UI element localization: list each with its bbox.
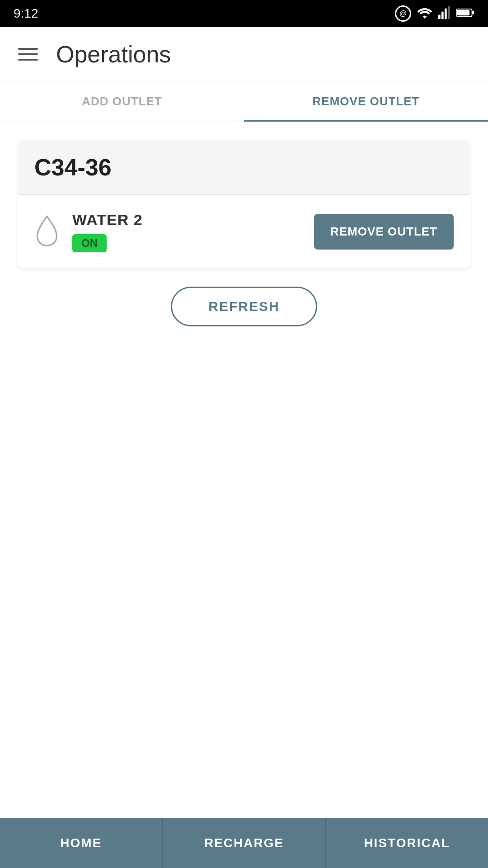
status-icons: [395, 5, 474, 22]
location-circle-icon: [395, 5, 411, 22]
remove-outlet-button[interactable]: REMOVE OUTLET: [314, 214, 454, 250]
svg-rect-1: [441, 12, 444, 19]
card-title: C34-36: [34, 154, 112, 180]
tab-remove-outlet[interactable]: REMOVE OUTLET: [244, 81, 488, 122]
svg-rect-6: [457, 10, 469, 16]
card-header: C34-36: [18, 140, 470, 195]
header: Operations: [0, 27, 488, 81]
outlet-card: C34-36 WATER 2 ON REMOVE OUTLET: [18, 140, 470, 269]
status-time: 9:12: [14, 6, 38, 21]
hamburger-line-2: [18, 53, 38, 55]
wifi-icon: [417, 7, 433, 20]
svg-rect-0: [438, 15, 441, 19]
bottom-nav: HOME RECHARGE HISTORICAL: [0, 818, 488, 868]
hamburger-menu-icon[interactable]: [18, 48, 38, 61]
svg-rect-2: [445, 9, 447, 19]
svg-rect-3: [448, 6, 450, 19]
outlet-info: WATER 2 ON: [34, 211, 143, 252]
water-drop-icon: [34, 215, 60, 249]
tab-add-outlet[interactable]: ADD OUTLET: [0, 81, 244, 122]
battery-icon: [456, 7, 474, 20]
signal-icon: [438, 6, 451, 21]
outlet-status-badge: ON: [72, 234, 107, 252]
status-bar: 9:12: [0, 0, 488, 27]
tabs-container: ADD OUTLET REMOVE OUTLET: [0, 81, 488, 122]
card-body: WATER 2 ON REMOVE OUTLET: [18, 195, 470, 269]
svg-rect-5: [472, 11, 474, 14]
hamburger-line-1: [18, 48, 38, 50]
outlet-name: WATER 2: [72, 211, 143, 229]
page-title: Operations: [56, 41, 171, 68]
hamburger-line-3: [18, 59, 38, 61]
refresh-button[interactable]: REFRESH: [171, 287, 317, 326]
home-nav-button[interactable]: HOME: [0, 818, 163, 868]
outlet-details: WATER 2 ON: [72, 211, 143, 252]
recharge-nav-button[interactable]: RECHARGE: [163, 818, 326, 868]
historical-nav-button[interactable]: HISTORICAL: [326, 818, 488, 868]
main-content: C34-36 WATER 2 ON REMOVE OUTLET REFRESH: [0, 122, 488, 344]
